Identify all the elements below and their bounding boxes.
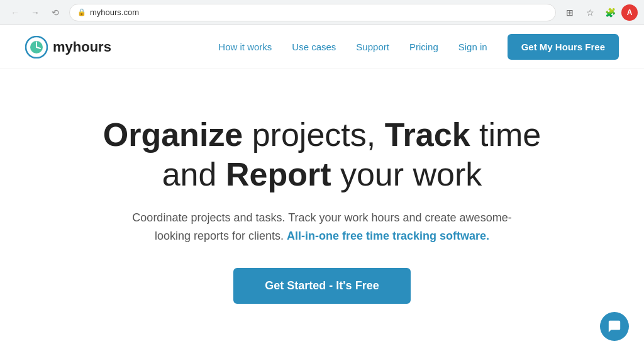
nav-pricing[interactable]: Pricing <box>409 42 438 52</box>
nav-sign-in[interactable]: Sign in <box>458 42 487 52</box>
forward-button[interactable]: → <box>26 4 44 21</box>
website: myhours How it works Use cases Support P… <box>0 25 644 356</box>
nav-use-cases[interactable]: Use cases <box>292 42 336 52</box>
headline-report: Report <box>226 156 331 192</box>
address-bar[interactable]: 🔒 myhours.com <box>69 4 556 21</box>
chat-widget[interactable] <box>600 312 629 341</box>
subtext-bold: All-in-one free time tracking software. <box>287 230 489 242</box>
star-button[interactable]: ☆ <box>581 4 599 21</box>
logo-hours: hours <box>73 39 111 55</box>
nav-how-it-works[interactable]: How it works <box>218 42 272 52</box>
headline-track: Track <box>385 116 470 153</box>
logo[interactable]: myhours <box>25 36 111 58</box>
profile-avatar[interactable]: A <box>621 4 638 21</box>
hero-section: Organize projects, Track time and Report… <box>0 69 644 356</box>
logo-svg-icon <box>25 36 48 58</box>
browser-chrome: ← → ⟲ 🔒 myhours.com ⊞ ☆ 🧩 A <box>0 0 644 25</box>
headline-projects: projects, <box>243 116 384 153</box>
hero-subtext: Coordinate projects and tasks. Track you… <box>127 209 517 245</box>
site-header: myhours How it works Use cases Support P… <box>0 25 644 69</box>
grid-button[interactable]: ⊞ <box>561 4 579 21</box>
browser-nav-buttons: ← → ⟲ <box>6 4 64 21</box>
logo-my: my <box>53 39 73 55</box>
chat-icon <box>608 320 621 333</box>
extensions-button[interactable]: 🧩 <box>601 4 619 21</box>
headline-organize: Organize <box>103 116 243 153</box>
headline-your-work: your work <box>331 156 482 192</box>
headline-time: time <box>470 116 541 153</box>
get-my-hours-free-button[interactable]: Get My Hours Free <box>508 34 619 60</box>
reload-button[interactable]: ⟲ <box>47 4 64 21</box>
logo-text: myhours <box>53 39 111 55</box>
headline-and: and <box>162 156 226 192</box>
lock-icon: 🔒 <box>77 8 86 16</box>
url-text: myhours.com <box>90 8 139 17</box>
site-nav: How it works Use cases Support Pricing S… <box>218 34 619 60</box>
browser-actions: ⊞ ☆ 🧩 A <box>561 4 638 21</box>
nav-support[interactable]: Support <box>356 42 389 52</box>
hero-headline: Organize projects, Track time and Report… <box>103 115 541 194</box>
back-button[interactable]: ← <box>6 4 24 21</box>
get-started-button[interactable]: Get Started - It's Free <box>233 268 410 304</box>
